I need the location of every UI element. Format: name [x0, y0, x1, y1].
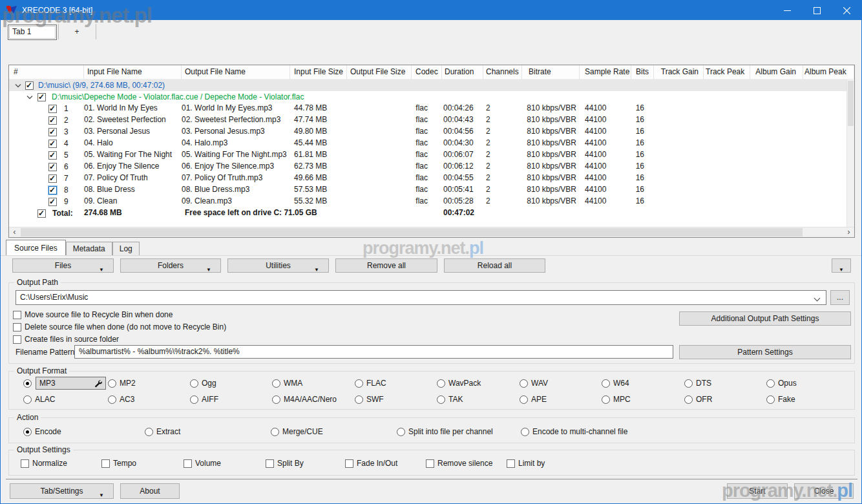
- track-row[interactable]: ✓ 4 04. Halo 04. Halo.mp3 45.44 MB flac …: [9, 138, 854, 149]
- additional-output-path-settings-button[interactable]: Additional Output Path Settings: [679, 311, 851, 326]
- column-header[interactable]: Bits: [631, 65, 654, 79]
- track-checkbox[interactable]: ✓: [48, 186, 57, 194]
- column-header[interactable]: Input File Name: [84, 65, 182, 79]
- format-w64[interactable]: W64: [602, 378, 684, 388]
- format-wavpack[interactable]: WavPack: [437, 378, 520, 388]
- setting-split-by[interactable]: Split By: [266, 458, 345, 468]
- column-header[interactable]: Output File Size: [347, 65, 412, 79]
- column-header[interactable]: Track Peak: [704, 65, 750, 79]
- format-flac[interactable]: FLAC: [355, 378, 437, 388]
- start-button[interactable]: Start: [727, 483, 788, 499]
- radio[interactable]: [272, 379, 280, 388]
- track-row[interactable]: ✓ 7 07. Policy Of Truth 07. Policy Of Tr…: [9, 173, 854, 184]
- track-row[interactable]: ✓ 3 03. Personal Jesus 03. Personal Jesu…: [9, 126, 854, 138]
- radio[interactable]: [602, 379, 610, 388]
- radio[interactable]: [190, 379, 198, 388]
- format-ac3[interactable]: AC3: [108, 394, 190, 404]
- radio[interactable]: [190, 395, 198, 404]
- tab-source-files[interactable]: Source Files: [6, 240, 66, 256]
- album-row[interactable]: ✓ D:\music\Depeche Mode - Violator.flac.…: [9, 91, 854, 103]
- checkbox[interactable]: [13, 311, 21, 319]
- scroll-right-arrow[interactable]: ›: [843, 227, 854, 237]
- radio[interactable]: [397, 428, 405, 436]
- radio[interactable]: [355, 395, 363, 404]
- setting-normalize[interactable]: Normalize: [21, 458, 101, 468]
- radio[interactable]: [437, 395, 445, 404]
- setting-tempo[interactable]: Tempo: [101, 458, 184, 468]
- format-m4a[interactable]: M4A/AAC/Nero: [272, 394, 355, 404]
- output-path-combobox[interactable]: C:\Users\Erix\Music: [16, 290, 826, 305]
- action-multi-channel[interactable]: Encode to multi-channel file: [521, 426, 627, 437]
- format-mp2[interactable]: MP2: [108, 378, 190, 388]
- wrench-icon[interactable]: [94, 379, 102, 388]
- column-header[interactable]: Input File Size: [290, 65, 347, 79]
- format-opus[interactable]: Opus: [766, 378, 797, 388]
- close-button-footer[interactable]: Close: [794, 483, 854, 499]
- checkbox[interactable]: [345, 459, 353, 468]
- track-checkbox[interactable]: ✓: [48, 198, 57, 206]
- radio[interactable]: [602, 395, 610, 404]
- radio[interactable]: [684, 379, 693, 388]
- track-row[interactable]: ✓ 2 02. Sweetest Perfection 02. Sweetest…: [9, 114, 854, 126]
- radio[interactable]: [23, 395, 32, 404]
- track-row[interactable]: ✓ 8 08. Blue Dress 08. Blue Dress.mp3 57…: [9, 184, 854, 196]
- vertical-scrollbar[interactable]: [846, 79, 854, 227]
- format-mp3[interactable]: MP3: [23, 378, 108, 388]
- radio[interactable]: [108, 395, 116, 404]
- remove-all-button[interactable]: Remove all: [335, 258, 437, 273]
- mp3-settings-box[interactable]: MP3: [36, 377, 106, 390]
- column-header[interactable]: Album Gain: [750, 65, 803, 79]
- maximize-button[interactable]: [802, 1, 832, 20]
- action-encode[interactable]: Encode: [23, 426, 145, 437]
- checkbox[interactable]: [13, 323, 21, 331]
- setting-remove-silence[interactable]: Remove silence: [426, 458, 507, 468]
- track-row[interactable]: ✓ 9 09. Clean 09. Clean.mp3 55.32 MB fla…: [9, 196, 854, 207]
- checkbox[interactable]: [507, 459, 515, 468]
- format-mpc[interactable]: MPC: [602, 394, 684, 404]
- horizontal-scrollbar-thumb[interactable]: [21, 228, 803, 236]
- close-button[interactable]: [832, 1, 861, 20]
- column-header[interactable]: Album Peak: [803, 65, 854, 79]
- radio[interactable]: [271, 428, 279, 436]
- checkbox[interactable]: [21, 459, 29, 468]
- checkbox[interactable]: [13, 335, 21, 344]
- track-checkbox[interactable]: ✓: [48, 128, 57, 136]
- format-alac[interactable]: ALAC: [23, 394, 108, 404]
- minimize-button[interactable]: [772, 1, 802, 20]
- checkbox[interactable]: [184, 459, 192, 468]
- recycle-bin-option[interactable]: Move source file to Recycle Bin when don…: [13, 310, 173, 320]
- delete-source-option[interactable]: Delete source file when done (do not mov…: [13, 322, 226, 332]
- format-tak[interactable]: TAK: [437, 394, 520, 404]
- radio[interactable]: [520, 395, 528, 404]
- collapse-chevron-icon[interactable]: [26, 95, 33, 100]
- format-fake[interactable]: Fake: [766, 394, 795, 404]
- radio[interactable]: [272, 395, 280, 404]
- checkbox[interactable]: [101, 459, 110, 468]
- radio[interactable]: [766, 395, 775, 404]
- format-ofr[interactable]: OFR: [684, 394, 766, 404]
- radio[interactable]: [108, 379, 116, 388]
- radio[interactable]: [766, 379, 775, 388]
- radio[interactable]: [520, 379, 528, 388]
- column-header[interactable]: Duration: [442, 65, 483, 79]
- column-header[interactable]: Sample Rate: [580, 65, 631, 79]
- track-row[interactable]: ✓ 1 01. World In My Eyes 01. World In My…: [9, 103, 854, 114]
- column-header[interactable]: Track Gain: [654, 65, 704, 79]
- folders-dropdown-button[interactable]: Folders▼: [120, 258, 221, 273]
- chevron-down-icon[interactable]: [814, 295, 821, 302]
- format-swf[interactable]: SWF: [355, 394, 437, 404]
- tab-settings-dropdown-button[interactable]: Tab/Settings▼: [10, 483, 114, 499]
- files-dropdown-button[interactable]: Files▼: [12, 258, 114, 273]
- browse-button[interactable]: ...: [830, 290, 850, 305]
- radio[interactable]: [23, 379, 32, 388]
- radio[interactable]: [145, 428, 153, 436]
- tab-1[interactable]: Tab 1: [8, 25, 57, 40]
- collapse-chevron-icon[interactable]: [15, 83, 21, 88]
- format-wav[interactable]: WAV: [520, 378, 602, 388]
- column-header[interactable]: Output File Name: [182, 65, 290, 79]
- checkbox[interactable]: [266, 459, 274, 468]
- action-split-per-channel[interactable]: Split into file per channel: [397, 426, 521, 437]
- radio[interactable]: [521, 428, 529, 436]
- track-row[interactable]: ✓ 5 05. Waiting For The Night 05. Waitin…: [9, 149, 854, 161]
- checkbox[interactable]: [426, 459, 434, 468]
